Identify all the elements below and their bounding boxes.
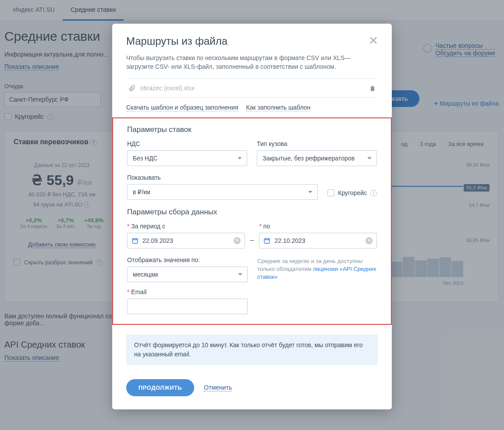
report-note: Отчёт формируется до 10 минут. Как тольк…	[126, 334, 378, 365]
show-label: Показывать	[127, 174, 318, 181]
continue-button[interactable]: ПРОДОЛЖИТЬ	[126, 379, 194, 396]
body-type-select[interactable]: Закрытые, без рефрижераторов	[257, 150, 377, 166]
display-by-select[interactable]: месяцам	[127, 267, 248, 282]
license-hint: Средние за неделю и за день доступны тол…	[257, 257, 377, 282]
round-trip-modal-checkbox[interactable]	[327, 189, 334, 196]
uploaded-file-row: obrazec (excel).xlsx	[126, 78, 378, 98]
download-template-link[interactable]: Скачать шаблон и образец заполнения	[126, 104, 238, 111]
how-to-fill-link[interactable]: Как заполнить шаблон	[246, 104, 311, 111]
svg-rect-1	[264, 238, 270, 243]
delete-file-icon[interactable]	[369, 85, 376, 92]
highlighted-parameters: Параметры ставок НДС Без НДС Тип кузова …	[112, 117, 392, 325]
nds-label: НДС	[127, 140, 247, 147]
email-input[interactable]	[127, 299, 248, 314]
show-select[interactable]: в ₽/км	[127, 184, 318, 200]
file-name: obrazec (excel).xlsx	[140, 85, 365, 92]
svg-rect-0	[132, 238, 138, 243]
modal-title: Маршруты из файла	[126, 35, 378, 47]
info-icon[interactable]: i	[370, 190, 377, 196]
rates-params-title: Параметры ставок	[127, 125, 377, 134]
round-trip-modal-row: Кругорейс i	[327, 174, 377, 200]
routes-from-file-modal: Маршруты из файла Чтобы выгрузить ставки…	[112, 24, 392, 409]
clear-icon[interactable]: ✕	[366, 237, 373, 244]
period-from-label: За период с	[127, 223, 245, 230]
date-from-input[interactable]	[127, 233, 245, 249]
paperclip-icon	[128, 84, 136, 92]
date-to-input[interactable]	[259, 233, 377, 249]
nds-select[interactable]: Без НДС	[127, 150, 247, 166]
body-type-label: Тип кузова	[257, 140, 377, 147]
email-label: Email	[127, 288, 248, 295]
calendar-icon	[131, 237, 138, 244]
cancel-link[interactable]: Отменить	[204, 384, 232, 391]
close-icon[interactable]	[368, 35, 380, 47]
date-dash: –	[250, 236, 254, 249]
clear-icon[interactable]: ✕	[234, 237, 241, 244]
period-to-label: по	[259, 223, 377, 230]
template-links: Скачать шаблон и образец заполнения Как …	[126, 104, 378, 111]
modal-description: Чтобы выгрузить ставки по нескольким мар…	[126, 53, 378, 71]
calendar-icon	[263, 237, 270, 244]
data-params-title: Параметры сбора данных	[127, 208, 377, 217]
display-by-label: Отображать значения по:	[127, 256, 248, 263]
modal-overlay: Маршруты из файла Чтобы выгрузить ставки…	[0, 0, 504, 430]
